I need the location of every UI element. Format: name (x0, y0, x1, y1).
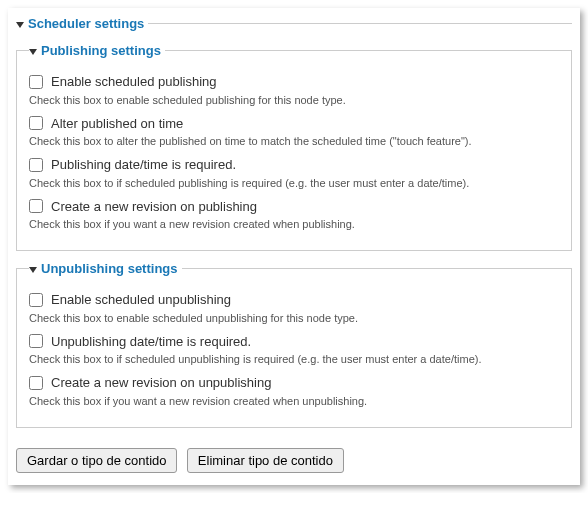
option-label[interactable]: Create a new revision on publishing (29, 199, 257, 214)
option-revision-unpublish: Create a new revision on unpublishing Ch… (29, 375, 559, 407)
option-label[interactable]: Create a new revision on unpublishing (29, 375, 271, 390)
unpublishing-title: Unpublishing settings (41, 261, 178, 276)
checkbox-unpublish-required[interactable] (29, 334, 43, 348)
option-desc: Check this box to enable scheduled unpub… (29, 312, 559, 324)
save-button[interactable]: Gardar o tipo de contido (16, 448, 177, 473)
chevron-down-icon (16, 22, 24, 28)
option-alter-published: Alter published on time Check this box t… (29, 116, 559, 148)
option-unpublish-required: Unpublishing date/time is required. Chec… (29, 334, 559, 366)
checkbox-revision-publish[interactable] (29, 199, 43, 213)
checkbox-enable-unpublishing[interactable] (29, 293, 43, 307)
option-desc: Check this box if you want a new revisio… (29, 218, 559, 230)
chevron-down-icon (29, 267, 37, 273)
option-label[interactable]: Publishing date/time is required. (29, 157, 236, 172)
option-desc: Check this box to enable scheduled publi… (29, 94, 559, 106)
option-enable-unpublishing: Enable scheduled unpublishing Check this… (29, 292, 559, 324)
checkbox-publish-required[interactable] (29, 158, 43, 172)
scheduler-legend[interactable]: Scheduler settings (16, 16, 148, 31)
settings-panel: Scheduler settings Publishing settings E… (8, 8, 580, 485)
label-text: Enable scheduled publishing (51, 74, 217, 89)
unpublishing-legend[interactable]: Unpublishing settings (29, 261, 182, 276)
checkbox-alter-published[interactable] (29, 116, 43, 130)
checkbox-enable-publishing[interactable] (29, 75, 43, 89)
label-text: Alter published on time (51, 116, 183, 131)
unpublishing-fieldset: Unpublishing settings Enable scheduled u… (16, 261, 572, 428)
scheduler-fieldset: Scheduler settings Publishing settings E… (16, 16, 572, 438)
label-text: Create a new revision on unpublishing (51, 375, 271, 390)
option-label[interactable]: Enable scheduled unpublishing (29, 292, 231, 307)
scheduler-title: Scheduler settings (28, 16, 144, 31)
label-text: Enable scheduled unpublishing (51, 292, 231, 307)
option-revision-publish: Create a new revision on publishing Chec… (29, 199, 559, 231)
label-text: Publishing date/time is required. (51, 157, 236, 172)
option-label[interactable]: Unpublishing date/time is required. (29, 334, 251, 349)
form-actions: Gardar o tipo de contido Eliminar tipo d… (16, 448, 572, 473)
option-desc: Check this box to if scheduled publishin… (29, 177, 559, 189)
publishing-legend[interactable]: Publishing settings (29, 43, 165, 58)
option-label[interactable]: Alter published on time (29, 116, 183, 131)
option-label[interactable]: Enable scheduled publishing (29, 74, 217, 89)
option-publish-required: Publishing date/time is required. Check … (29, 157, 559, 189)
label-text: Unpublishing date/time is required. (51, 334, 251, 349)
option-enable-publishing: Enable scheduled publishing Check this b… (29, 74, 559, 106)
option-desc: Check this box if you want a new revisio… (29, 395, 559, 407)
option-desc: Check this box to if scheduled unpublish… (29, 353, 559, 365)
option-desc: Check this box to alter the published on… (29, 135, 559, 147)
delete-button[interactable]: Eliminar tipo de contido (187, 448, 344, 473)
checkbox-revision-unpublish[interactable] (29, 376, 43, 390)
publishing-fieldset: Publishing settings Enable scheduled pub… (16, 43, 572, 251)
label-text: Create a new revision on publishing (51, 199, 257, 214)
publishing-title: Publishing settings (41, 43, 161, 58)
chevron-down-icon (29, 49, 37, 55)
